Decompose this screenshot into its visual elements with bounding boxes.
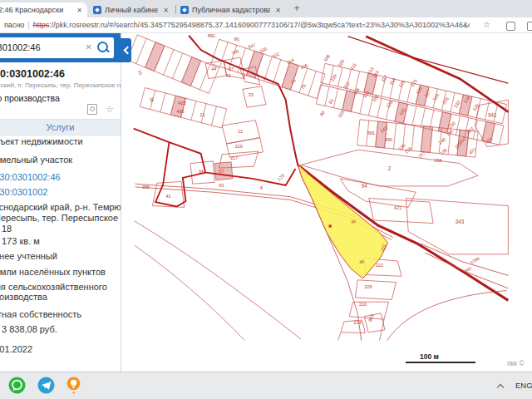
tab-title: Публичная кадастровая карта — [192, 6, 270, 14]
info-row: 3 838,08 руб. — [2, 324, 121, 334]
tab-title: 2:46 Краснодарски — [0, 6, 71, 14]
new-tab-button[interactable]: + — [290, 2, 303, 16]
result-actions: ☆ — [87, 103, 114, 115]
info-row: 173 кв. м — [2, 236, 121, 246]
parcel-number: 209 — [364, 284, 372, 289]
parcel-number: 8 — [260, 185, 263, 190]
favorite-icon[interactable]: ☆ — [106, 105, 114, 114]
parcel-number: 94 — [362, 183, 368, 189]
tab-close-icon[interactable]: ✕ — [75, 7, 84, 14]
favorite-star-icon[interactable]: ☆ — [483, 20, 490, 29]
url-rest: ://pkk.rosreestr.ru/#/search/45.34577529… — [49, 21, 470, 29]
sidebar-search-header: 23:30:301002:46 ✕ — [0, 33, 121, 62]
security-label[interactable]: пасно — [4, 21, 24, 29]
tab-cadastral-result[interactable]: 2:46 Краснодарски ✕ — [0, 2, 87, 17]
clear-search-icon[interactable]: ✕ — [86, 42, 92, 52]
parcel-number: 129 — [431, 93, 440, 102]
search-icon[interactable] — [97, 42, 108, 52]
parcel-link[interactable]: 23:30:0301002:46 — [0, 172, 121, 182]
parcel-number: 33 — [249, 92, 254, 97]
tab-public-cadastral-map[interactable]: Публичная кадастровая карта ✕ — [177, 2, 286, 17]
parcel-number: 31 — [137, 69, 144, 76]
address-url[interactable]: пасно|https://pkk.rosreestr.ru/#/search/… — [4, 21, 470, 29]
parcel-number: 96 — [234, 37, 239, 42]
parcel-number: 140 — [437, 136, 446, 145]
sidebar-collapse-button[interactable] — [121, 38, 131, 62]
info-row: Ранее учтенный — [0, 251, 121, 261]
chat-app-icon[interactable] — [65, 377, 82, 394]
tab-services[interactable]: Услуги — [0, 119, 121, 135]
telegram-icon[interactable] — [37, 377, 55, 394]
parcel-number: 358 — [142, 185, 150, 190]
parcel-number: 890 — [385, 137, 392, 142]
info-row: п. Пересыпь, тер. Пересыпское гирло, — [0, 213, 121, 223]
parcel-number: 2 — [388, 165, 392, 171]
parcel-number: 123 — [410, 78, 418, 87]
address-bar[interactable]: пасно|https://pkk.rosreestr.ru/#/search/… — [0, 17, 532, 33]
document-search-icon[interactable] — [87, 104, 97, 115]
parcel-number: 210 — [359, 302, 367, 307]
map-scale-label: 100 м — [420, 352, 439, 361]
parcel-number: 131 — [441, 96, 450, 105]
info-row: Частная собственность — [0, 309, 121, 319]
parcel-number: 100 — [259, 46, 268, 53]
parcel-number: 67 — [219, 169, 224, 174]
taskbar: ENG — [0, 372, 532, 399]
parcel-number: 165 — [337, 110, 345, 119]
parcel-number: 41 — [166, 194, 171, 199]
tab-close-icon[interactable]: ✕ — [273, 7, 283, 14]
parcel-number: 34 — [199, 169, 204, 174]
tray-expand-icon[interactable] — [498, 383, 504, 389]
parcel-number: 891 — [208, 33, 215, 38]
parcel-number: 947 — [248, 42, 257, 50]
parcel-number: 108 — [323, 53, 331, 62]
info-row: Краснодарский край, р-н. Темрюкский, — [0, 202, 121, 212]
parcel-number: 123 — [276, 173, 285, 181]
parcel-number: 12 — [238, 129, 243, 134]
map-scale-bar — [406, 362, 475, 363]
parcel-number: 112 — [342, 81, 351, 90]
site-favicon — [180, 6, 189, 14]
info-row: Объект недвижимости — [0, 136, 121, 146]
parcel-number: 796 — [231, 48, 240, 56]
parcel-number: 102 — [272, 52, 281, 59]
search-value: 23:30:301002:46 — [0, 42, 41, 52]
parcel-number: 803 — [367, 313, 375, 323]
parcel-number: 421 — [394, 205, 401, 210]
parcel-number: 93 — [219, 183, 224, 188]
parcel-link[interactable]: 23:30:0301002 — [0, 187, 121, 197]
info-row: Земельный участок — [0, 155, 121, 165]
parcel-number: 343 — [456, 219, 465, 224]
parcel-number: 21 — [200, 112, 204, 117]
reading-list-icon[interactable] — [506, 22, 515, 31]
parcel-number: 133 — [453, 100, 461, 109]
parcel-number: 80 — [318, 110, 325, 116]
parcel-number: 43 — [225, 73, 230, 78]
parcel-number: 1286 — [469, 256, 480, 265]
parcel-number: 97 — [229, 66, 234, 71]
tab-personal-cabinet[interactable]: Личный кабинет ✕ — [90, 2, 174, 17]
info-row: производства — [0, 292, 121, 302]
parcel-number: 121 — [397, 79, 406, 88]
parcel-number: 110 — [329, 73, 337, 82]
profile-icon[interactable] — [527, 22, 532, 31]
parcel-number: 222 — [376, 263, 383, 268]
parcel-number: 941 — [488, 112, 497, 118]
parcel-number: 81 — [328, 97, 334, 104]
parcel-title: 23:30:0301002:46 — [0, 68, 65, 80]
search-input[interactable]: 23:30:301002:46 ✕ — [0, 37, 114, 58]
parcel-number: 425 — [178, 101, 185, 106]
language-indicator[interactable]: ENG — [515, 381, 532, 390]
parcel-number: 158 — [434, 158, 441, 163]
parcel-number: 36 — [149, 96, 155, 102]
parcel-number: 216 — [235, 144, 243, 149]
info-row: Земли населённых пунктов — [0, 267, 121, 277]
tab-close-icon[interactable]: ✕ — [161, 7, 170, 14]
parcel-number: 117 — [380, 74, 388, 83]
info-sidebar: 23:30:301002:46 ✕ 23:30:0301002:46 Темрю… — [0, 33, 121, 372]
info-row: 01.01.2022 — [0, 344, 121, 354]
site-favicon — [93, 6, 101, 14]
parcel-number: 436 — [177, 109, 185, 114]
tab-title: Личный кабинет — [105, 6, 158, 14]
whatsapp-icon[interactable] — [8, 377, 26, 394]
